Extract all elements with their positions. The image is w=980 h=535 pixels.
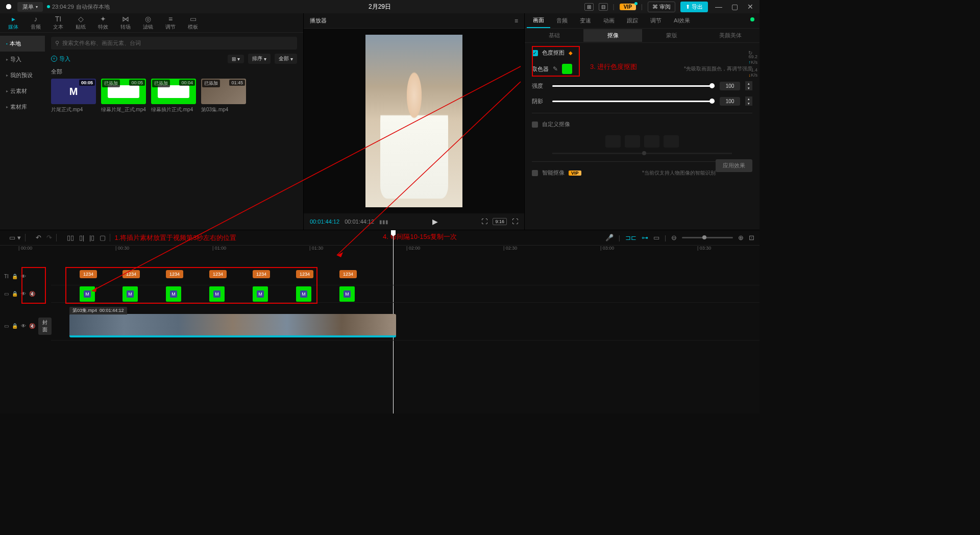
export-button[interactable]: ⬆ 导出 bbox=[680, 2, 708, 12]
menu-button[interactable]: 菜单 ▾ bbox=[17, 2, 43, 12]
inspector-tab-跟踪[interactable]: 跟踪 bbox=[621, 14, 644, 28]
intensity-down[interactable]: ▾ bbox=[745, 86, 752, 90]
mute-icon[interactable]: 🔇 bbox=[29, 323, 35, 329]
timeline-ruler[interactable]: | 00:00| 00:30| 01:00| 01:30| 02:00| 02:… bbox=[0, 246, 760, 255]
inspector-subtab-蒙版[interactable]: 蒙版 bbox=[642, 29, 701, 42]
play-button[interactable]: ▶ bbox=[432, 217, 438, 226]
zoom-out-icon[interactable]: ⊖ bbox=[671, 234, 677, 241]
minimize-icon[interactable]: — bbox=[713, 3, 724, 11]
undo-button[interactable]: ↶ bbox=[36, 234, 41, 241]
text-clip[interactable]: 1234 bbox=[122, 270, 140, 278]
tab-滤镜[interactable]: ◎滤镜 bbox=[137, 13, 159, 33]
aspect-ratio-badge[interactable]: 9:16 bbox=[493, 218, 507, 225]
cut-left-tool[interactable]: ▯| bbox=[79, 234, 84, 241]
overlay-track[interactable]: ▭🔒👁🔇 MMMMMMM bbox=[51, 285, 760, 303]
zoom-slider[interactable] bbox=[682, 237, 733, 238]
eye-icon[interactable]: 👁 bbox=[21, 291, 26, 297]
tab-媒体[interactable]: ▸媒体 bbox=[2, 13, 24, 33]
media-item[interactable]: 已添加00:04绿幕插片正式.mp4 bbox=[151, 79, 196, 113]
volume-bars-icon[interactable]: ▮▮▮ bbox=[379, 219, 388, 225]
inspector-subtab-基础[interactable]: 基础 bbox=[525, 29, 583, 42]
filter-all-button[interactable]: 全部 ▾ bbox=[275, 54, 297, 64]
text-clip[interactable]: 1234 bbox=[296, 270, 313, 278]
lock-icon[interactable]: 🔒 bbox=[12, 291, 18, 297]
tab-贴纸[interactable]: ◇贴纸 bbox=[69, 13, 92, 33]
overlay-clip[interactable]: M bbox=[296, 286, 311, 302]
chroma-key-checkbox[interactable]: ✓ bbox=[532, 50, 538, 56]
overlay-clip[interactable]: M bbox=[209, 286, 225, 302]
selection-tool[interactable]: ▭ ▾ bbox=[9, 234, 21, 241]
matte-preset-3[interactable] bbox=[644, 135, 659, 148]
eye-icon[interactable]: 👁 bbox=[21, 274, 26, 279]
matte-preset-1[interactable] bbox=[605, 135, 621, 148]
intensity-value[interactable]: 100 bbox=[720, 82, 740, 90]
custom-matte-checkbox[interactable] bbox=[532, 121, 538, 128]
link-icon[interactable]: ⊶ bbox=[642, 234, 648, 241]
player-stage[interactable] bbox=[304, 29, 524, 213]
inspector-tab-音频[interactable]: 音频 bbox=[550, 14, 574, 28]
inspector-tab-动画[interactable]: 动画 bbox=[597, 14, 621, 28]
tab-模板[interactable]: ▭模板 bbox=[182, 13, 204, 33]
split-tool[interactable]: ▯▯ bbox=[67, 234, 74, 241]
zoom-fit-icon[interactable]: ⊡ bbox=[749, 234, 754, 241]
eye-icon[interactable]: 👁 bbox=[21, 323, 26, 329]
sidebar-item-导入[interactable]: 导入 bbox=[0, 52, 45, 67]
main-video-track[interactable]: ▭🔒👁🔇封面 第03集.mp4 00:01:44:12 bbox=[51, 312, 760, 341]
delete-tool[interactable]: ▢ bbox=[100, 234, 106, 241]
tab-调节[interactable]: ≡调节 bbox=[159, 13, 182, 33]
text-clip[interactable]: 1234 bbox=[253, 270, 270, 278]
tab-转场[interactable]: ⋈转场 bbox=[114, 13, 137, 33]
text-track[interactable]: TI🔒👁 1234123412341234123412341234 bbox=[51, 268, 760, 285]
inspector-tab-画面[interactable]: 画面 bbox=[527, 13, 550, 28]
magnet-icon[interactable]: ⊐⊏ bbox=[625, 234, 636, 241]
cover-button[interactable]: 封面 bbox=[38, 318, 52, 335]
mic-icon[interactable]: 🎤 bbox=[605, 234, 614, 241]
intensity-slider[interactable] bbox=[552, 85, 715, 87]
media-item[interactable]: 已添加01:45第03集.mp4 bbox=[201, 79, 246, 113]
fullscreen-icon[interactable]: ⛶ bbox=[512, 218, 518, 225]
smart-matte-checkbox[interactable] bbox=[532, 170, 538, 176]
inspector-tab-调节[interactable]: 调节 bbox=[644, 14, 668, 28]
zoom-in-icon[interactable]: ⊕ bbox=[738, 234, 744, 241]
media-item[interactable]: M00:05片尾正式.mp4 bbox=[51, 79, 96, 113]
inspector-tab-AI效果[interactable]: AI效果 bbox=[668, 14, 696, 28]
text-clip[interactable]: 1234 bbox=[209, 270, 227, 278]
review-button[interactable]: ⌘ 审阅 bbox=[648, 2, 675, 12]
main-video-clip[interactable]: 第03集.mp4 00:01:44:12 bbox=[69, 314, 396, 337]
matte-preset-4[interactable] bbox=[664, 135, 679, 148]
player-menu-icon[interactable]: ≡ bbox=[514, 17, 518, 25]
overlay-clip[interactable]: M bbox=[166, 286, 181, 302]
inspector-subtab-抠像[interactable]: 抠像 bbox=[583, 29, 642, 42]
layout-icon-1[interactable]: ⊞ bbox=[584, 3, 594, 11]
tab-文本[interactable]: TI文本 bbox=[47, 13, 69, 33]
search-input[interactable]: ⚲ 搜索文件名称、画面元素、台词 bbox=[51, 37, 297, 50]
matte-preset-2[interactable] bbox=[625, 135, 640, 148]
text-clip[interactable]: 1234 bbox=[339, 270, 357, 278]
close-icon[interactable]: ✕ bbox=[745, 3, 755, 11]
lock-icon[interactable]: 🔒 bbox=[12, 274, 18, 279]
import-button[interactable]: + 导入 bbox=[51, 55, 70, 63]
zoom-fit-icon[interactable]: ⛶ bbox=[481, 218, 487, 225]
overlay-clip[interactable]: M bbox=[253, 286, 268, 302]
tab-音频[interactable]: ♪音频 bbox=[24, 13, 47, 33]
inspector-subtab-美颜美体[interactable]: 美颜美体 bbox=[701, 29, 760, 42]
overlay-clip[interactable]: M bbox=[80, 286, 95, 302]
inspector-tab-变速[interactable]: 变速 bbox=[574, 14, 597, 28]
tab-特效[interactable]: ✦特效 bbox=[92, 13, 114, 33]
maximize-icon[interactable]: ▢ bbox=[729, 3, 740, 11]
sidebar-item-本地[interactable]: 本地 bbox=[0, 36, 45, 52]
media-item[interactable]: 已添加00:05绿幕片尾_正式.mp4 bbox=[101, 79, 146, 113]
color-swatch[interactable] bbox=[562, 64, 572, 74]
lock-icon[interactable]: 🔒 bbox=[12, 323, 18, 329]
sidebar-item-素材库[interactable]: 素材库 bbox=[0, 99, 45, 115]
overlay-clip[interactable]: M bbox=[122, 286, 138, 302]
sort-button[interactable]: 排序 ▾ bbox=[248, 54, 271, 64]
sidebar-item-云素材[interactable]: 云素材 bbox=[0, 83, 45, 99]
cut-right-tool[interactable]: |▯ bbox=[89, 234, 94, 241]
overlay-clip[interactable]: M bbox=[339, 286, 355, 302]
preview-icon[interactable]: ▭ bbox=[653, 234, 659, 241]
shadow-value[interactable]: 100 bbox=[720, 97, 740, 106]
vip-badge[interactable]: VIP bbox=[620, 4, 636, 10]
text-clip[interactable]: 1234 bbox=[80, 270, 97, 278]
view-grid-button[interactable]: ⊞ ▾ bbox=[228, 55, 244, 63]
